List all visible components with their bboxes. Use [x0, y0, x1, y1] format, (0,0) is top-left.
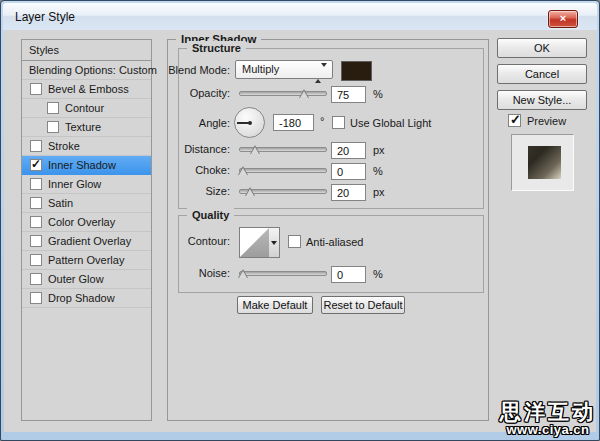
- sidebar-item-satin[interactable]: Satin: [22, 194, 151, 213]
- sidebar-item-label: Blending Options: Custom: [29, 64, 157, 76]
- slider-thumb[interactable]: [250, 145, 260, 154]
- slider-thumb[interactable]: [238, 269, 248, 278]
- distance-input[interactable]: [331, 142, 366, 159]
- sidebar-item-inner-shadow[interactable]: Inner Shadow: [22, 156, 151, 175]
- angle-dial[interactable]: [234, 107, 265, 138]
- sidebar-item-contour[interactable]: Contour: [22, 99, 151, 118]
- preview-panel: [511, 134, 574, 191]
- opacity-unit: %: [373, 88, 383, 101]
- contour-thumbnail[interactable]: [239, 227, 270, 258]
- ok-button[interactable]: OK: [497, 38, 587, 58]
- sidebar-item-label: Outer Glow: [48, 273, 104, 285]
- styles-list-panel: Styles Blending Options: Custom Bevel & …: [21, 39, 152, 421]
- sidebar-item-color-overlay[interactable]: Color Overlay: [22, 213, 151, 232]
- slider-thumb[interactable]: [245, 187, 255, 196]
- preview-checkbox[interactable]: [508, 114, 521, 127]
- layer-style-dialog: Layer Style × Styles Blending Options: C…: [0, 0, 600, 441]
- choke-unit: %: [373, 165, 383, 178]
- sidebar-item-label: Color Overlay: [48, 216, 115, 228]
- sidebar-item-label: Contour: [65, 102, 104, 114]
- satin-checkbox[interactable]: [30, 197, 42, 209]
- sidebar-item-label: Inner Glow: [48, 178, 101, 190]
- distance-label: Distance:: [158, 143, 230, 156]
- make-default-button[interactable]: Make Default: [237, 296, 313, 314]
- sidebar-item-label: Texture: [65, 121, 101, 133]
- contour-shape: [240, 228, 269, 257]
- blend-mode-select[interactable]: Multiply: [235, 60, 333, 79]
- noise-input[interactable]: [331, 266, 366, 283]
- blend-mode-label: Blend Mode:: [158, 64, 230, 77]
- sidebar-item-blending-options[interactable]: Blending Options: Custom: [22, 61, 151, 80]
- angle-label: Angle:: [158, 117, 230, 130]
- gradient-overlay-checkbox[interactable]: [30, 235, 42, 247]
- noise-slider[interactable]: [239, 271, 327, 276]
- slider-thumb[interactable]: [299, 89, 309, 98]
- dialog-body: Styles Blending Options: Custom Bevel & …: [4, 30, 596, 432]
- opacity-slider[interactable]: [239, 91, 327, 96]
- angle-input[interactable]: [273, 114, 314, 131]
- size-label: Size:: [158, 185, 230, 198]
- sidebar-item-label: Satin: [48, 197, 73, 209]
- watermark-line1: 思洋互动: [500, 401, 596, 422]
- anti-aliased-checkbox[interactable]: [288, 235, 301, 248]
- sidebar-item-label: Bevel & Emboss: [48, 83, 129, 95]
- close-button[interactable]: ×: [548, 10, 578, 28]
- new-style-button[interactable]: New Style...: [497, 90, 587, 110]
- anti-aliased-label: Anti-aliased: [306, 236, 363, 249]
- texture-checkbox[interactable]: [47, 121, 59, 133]
- size-slider[interactable]: [239, 189, 327, 194]
- size-input[interactable]: [331, 184, 366, 201]
- drop-shadow-checkbox[interactable]: [30, 292, 42, 304]
- sidebar-item-texture[interactable]: Texture: [22, 118, 151, 137]
- size-unit: px: [373, 186, 385, 199]
- use-global-light-label: Use Global Light: [350, 117, 431, 130]
- choke-label: Choke:: [158, 164, 230, 177]
- sidebar-item-drop-shadow[interactable]: Drop Shadow: [22, 289, 151, 308]
- bevel-emboss-checkbox[interactable]: [30, 83, 42, 95]
- sidebar-item-label: Drop Shadow: [48, 292, 115, 304]
- sidebar-item-outer-glow[interactable]: Outer Glow: [22, 270, 151, 289]
- color-overlay-checkbox[interactable]: [30, 216, 42, 228]
- noise-label: Noise:: [158, 267, 230, 280]
- pattern-overlay-checkbox[interactable]: [30, 254, 42, 266]
- contour-checkbox[interactable]: [47, 102, 59, 114]
- stroke-checkbox[interactable]: [30, 140, 42, 152]
- preview-thumbnail: [528, 146, 561, 179]
- distance-unit: px: [373, 144, 385, 157]
- sidebar-item-pattern-overlay[interactable]: Pattern Overlay: [22, 251, 151, 270]
- shadow-color-swatch[interactable]: [341, 61, 372, 81]
- styles-header[interactable]: Styles: [22, 40, 151, 61]
- close-icon: ×: [560, 12, 566, 24]
- inner-shadow-checkbox[interactable]: [30, 159, 42, 171]
- contour-label: Contour:: [158, 235, 230, 248]
- quality-legend: Quality: [187, 208, 234, 222]
- angle-dial-center: [248, 121, 252, 125]
- opacity-input[interactable]: [331, 86, 366, 103]
- structure-legend: Structure: [187, 41, 246, 55]
- sidebar-item-label: Pattern Overlay: [48, 254, 124, 266]
- distance-slider[interactable]: [239, 147, 327, 152]
- reset-to-default-button[interactable]: Reset to Default: [321, 296, 405, 314]
- watermark: 思洋互动 www.ciya.cn: [500, 401, 596, 436]
- combo-stepper-icon: [315, 65, 327, 82]
- noise-unit: %: [373, 268, 383, 281]
- inner-glow-checkbox[interactable]: [30, 178, 42, 190]
- use-global-light-checkbox[interactable]: [332, 116, 345, 129]
- sidebar-item-label: Gradient Overlay: [48, 235, 131, 247]
- chevron-down-icon[interactable]: [269, 227, 280, 258]
- sidebar-item-inner-glow[interactable]: Inner Glow: [22, 175, 151, 194]
- sidebar-item-stroke[interactable]: Stroke: [22, 137, 151, 156]
- choke-slider[interactable]: [239, 168, 327, 173]
- opacity-label: Opacity:: [158, 87, 230, 100]
- blend-mode-value: Multiply: [242, 63, 279, 75]
- choke-input[interactable]: [331, 163, 366, 180]
- outer-glow-checkbox[interactable]: [30, 273, 42, 285]
- title-bar[interactable]: Layer Style ×: [3, 3, 597, 30]
- sidebar-item-label: Inner Shadow: [48, 159, 116, 171]
- angle-unit: °: [320, 115, 324, 128]
- sidebar-item-gradient-overlay[interactable]: Gradient Overlay: [22, 232, 151, 251]
- sidebar-item-bevel-emboss[interactable]: Bevel & Emboss: [22, 80, 151, 99]
- sidebar-item-label: Stroke: [48, 140, 80, 152]
- cancel-button[interactable]: Cancel: [497, 64, 587, 84]
- slider-thumb[interactable]: [238, 166, 248, 175]
